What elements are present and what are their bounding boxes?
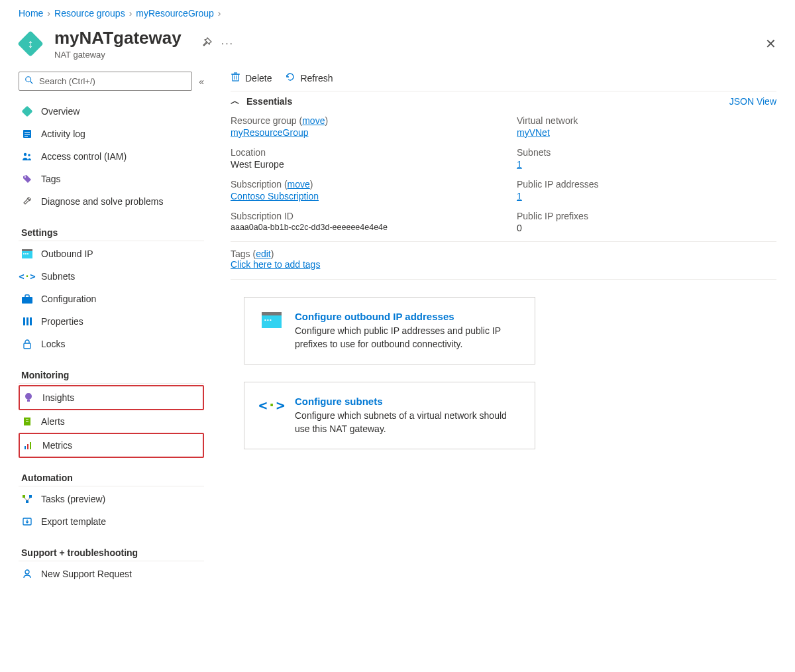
svg-line-1: [30, 82, 33, 84]
subnets-icon: <·>: [21, 271, 33, 282]
nav-label: Insights: [42, 392, 74, 403]
nav-activity-log[interactable]: Activity log: [19, 123, 204, 145]
nav-tasks[interactable]: Tasks (preview): [19, 488, 204, 510]
card-configure-subnets[interactable]: <·> Configure subnets Configure which su…: [244, 382, 535, 449]
svg-rect-29: [29, 495, 32, 498]
nav-label: Properties: [41, 316, 83, 327]
card-title: Configure outbound IP addresses: [295, 311, 519, 322]
public-ip-link[interactable]: 1: [517, 191, 522, 201]
card-configure-outbound-ip[interactable]: Configure outbound IP addresses Configur…: [244, 297, 535, 364]
svg-rect-23: [26, 420, 28, 420]
crumb-my-resource-group[interactable]: myResourceGroup: [136, 8, 214, 19]
nav-outbound-ip[interactable]: Outbound IP: [19, 243, 204, 265]
toolbar-label: Refresh: [300, 73, 333, 84]
svg-rect-19: [24, 343, 30, 349]
move-resource-group-link[interactable]: move: [302, 115, 325, 126]
nav-locks[interactable]: Locks: [19, 333, 204, 355]
crumb-home[interactable]: Home: [19, 8, 43, 19]
delete-button[interactable]: Delete: [231, 72, 272, 84]
resource-group-link[interactable]: myResourceGroup: [231, 127, 309, 138]
json-view-link[interactable]: JSON View: [729, 96, 776, 107]
svg-rect-17: [26, 317, 28, 325]
search-icon: [25, 76, 34, 87]
search-input[interactable]: Search (Ctrl+/): [19, 72, 192, 91]
svg-line-31: [24, 498, 27, 500]
nav-label: New Support Request: [41, 569, 132, 579]
pin-icon[interactable]: [201, 37, 212, 50]
nav-label: Metrics: [42, 440, 72, 451]
nav-label: Overview: [41, 106, 80, 117]
nav-alerts[interactable]: Alerts: [19, 410, 204, 433]
svg-rect-16: [23, 317, 25, 325]
svg-rect-21: [27, 400, 30, 402]
close-icon[interactable]: ✕: [765, 36, 776, 52]
nav-tags[interactable]: Tags: [19, 168, 204, 190]
toolbar-label: Delete: [245, 73, 272, 84]
collapse-icon[interactable]: «: [199, 76, 204, 87]
lightbulb-icon: [23, 392, 34, 403]
move-subscription-link[interactable]: move: [288, 179, 310, 190]
export-icon: [21, 517, 33, 526]
chevron-right-icon: ›: [129, 8, 132, 19]
nav-export-template[interactable]: Export template: [19, 510, 204, 533]
toolbox-icon: [21, 294, 33, 304]
nav-label: Locks: [41, 339, 66, 349]
nav-label: Tags: [41, 174, 61, 184]
nav-metrics[interactable]: Metrics: [19, 433, 204, 458]
nat-gateway-icon: [21, 107, 33, 115]
breadcrumb: Home › Resource groups › myResourceGroup…: [19, 8, 776, 19]
chevron-right-icon: ›: [218, 8, 221, 19]
svg-rect-4: [25, 134, 30, 135]
label-location: Location: [231, 147, 490, 158]
nav-label: Configuration: [41, 294, 96, 304]
nav-new-support-request[interactable]: New Support Request: [19, 563, 204, 585]
properties-icon: [21, 316, 33, 327]
nav-label: Access control (IAM): [41, 151, 127, 162]
nav-section-support: Support + troubleshooting: [19, 545, 204, 561]
label-public-ip: Public IP addresses: [517, 179, 776, 190]
nav-configuration[interactable]: Configuration: [19, 288, 204, 310]
search-placeholder: Search (Ctrl+/): [39, 76, 95, 86]
svg-point-34: [25, 570, 29, 574]
nav-label: Subnets: [41, 271, 75, 282]
nav-properties[interactable]: Properties: [19, 310, 204, 333]
label-resource-group: Resource group (move): [231, 115, 490, 126]
card-description: Configure which subnets of a virtual net…: [295, 410, 519, 435]
nav-access-control[interactable]: Access control (IAM): [19, 145, 204, 168]
page-title: myNATgateway: [54, 28, 182, 48]
subnets-link[interactable]: 1: [517, 159, 522, 170]
crumb-resource-groups[interactable]: Resource groups: [54, 8, 125, 19]
label-subscription: Subscription (move): [231, 179, 490, 190]
value-subscription-id: aaaa0a0a-bb1b-cc2c-dd3d-eeeeee4e4e4e: [231, 223, 490, 232]
more-icon[interactable]: ···: [221, 38, 234, 50]
label-subscription-id: Subscription ID: [231, 211, 490, 221]
page-subtitle: NAT gateway: [54, 50, 182, 60]
svg-point-8: [25, 176, 26, 178]
svg-point-7: [28, 154, 30, 156]
svg-rect-27: [30, 442, 31, 449]
add-tags-link[interactable]: Click here to add tags: [231, 259, 320, 270]
svg-rect-28: [23, 495, 25, 498]
nav-label: Alerts: [41, 416, 65, 427]
vnet-link[interactable]: myVNet: [517, 127, 550, 138]
svg-point-11: [23, 253, 25, 254]
nav-diagnose[interactable]: Diagnose and solve problems: [19, 190, 204, 213]
svg-rect-30: [26, 500, 28, 503]
subscription-link[interactable]: Contoso Subscription: [231, 191, 319, 201]
label-public-ip-prefixes: Public IP prefixes: [517, 211, 776, 221]
tag-icon: [21, 174, 33, 184]
essentials-header[interactable]: ︿ Essentials JSON View: [231, 91, 776, 111]
nav-overview[interactable]: Overview: [19, 100, 204, 123]
essentials-properties: Resource group (move) myResourceGroup Lo…: [231, 111, 776, 242]
nav-section-automation: Automation: [19, 470, 204, 486]
nav-label: Outbound IP: [41, 249, 93, 259]
svg-rect-9: [22, 249, 32, 251]
refresh-button[interactable]: Refresh: [285, 72, 333, 84]
value-public-ip-prefixes: 0: [517, 223, 776, 233]
trash-icon: [231, 72, 240, 84]
edit-tags-link[interactable]: edit: [256, 249, 271, 259]
svg-rect-25: [25, 446, 26, 449]
nav-insights[interactable]: Insights: [19, 385, 204, 410]
nav-label: Export template: [41, 516, 106, 527]
nav-subnets[interactable]: <·> Subnets: [19, 265, 204, 288]
